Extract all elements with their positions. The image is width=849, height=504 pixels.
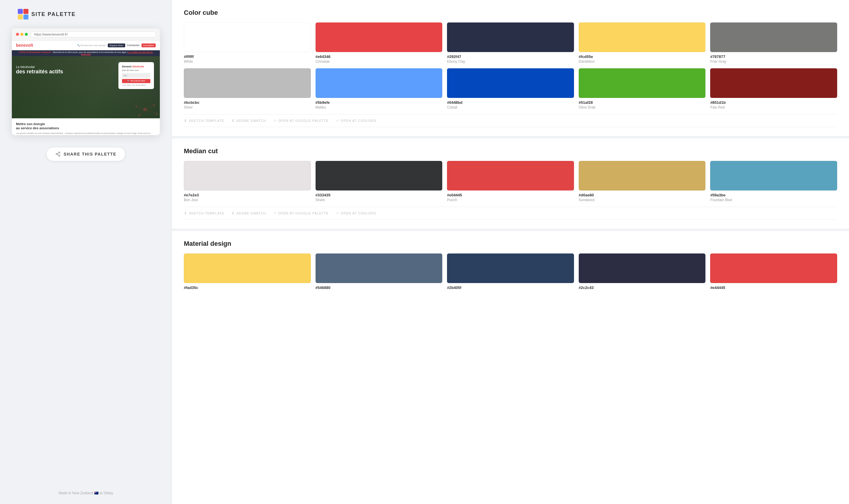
inscription-btn: Inscription <box>141 43 156 47</box>
hero-pre: Le bénévolat <box>16 65 63 69</box>
color-card-olive-drab: #51af28 Olive Drab <box>579 68 706 109</box>
swatch-546880 <box>315 253 443 283</box>
name-sundance: Sundance <box>579 198 706 202</box>
search-label: 🔍 Rechercher une mission <box>77 44 106 47</box>
hero-section: Le bénévolat des retraités actifs Deveni… <box>12 56 160 118</box>
hex-ebony-clay: #292f47 <box>447 54 574 59</box>
download-icon-3: ⬇ <box>184 211 187 215</box>
hero-card: Devenir bénévole près de chez vous Ville… <box>118 62 154 89</box>
site-header: benevolt 🔍 Rechercher une mission Espace… <box>12 40 160 50</box>
swatch-malibu <box>315 68 443 98</box>
name-olive-drab: Olive Drab <box>579 105 706 109</box>
footer: Made in New Zealand 🇳🇿 at Sliday <box>58 485 113 495</box>
share-palette-button[interactable]: SHARE THIS PALETTE <box>46 147 125 161</box>
color-card-sundance: #d0ae60 Sundance <box>579 161 706 202</box>
browser-bar: https://www.benevolt.fr/ <box>12 29 160 40</box>
hex-silver: #bcbcbc <box>184 100 311 105</box>
dot-yellow <box>20 33 23 36</box>
adobe-swatch-btn-1[interactable]: ⬇ ADOBE SWATCH <box>231 119 266 123</box>
hex-falu-red: #851d1b <box>710 100 837 105</box>
sketch-label-2: SKETCH TEMPLATE <box>189 212 224 215</box>
name-silver: Silver <box>184 105 311 109</box>
swatch-falu-red <box>710 68 837 98</box>
download-icon-2: ⬇ <box>231 119 235 123</box>
share-label: SHARE THIS PALETTE <box>64 152 116 157</box>
svg-line-12 <box>139 109 145 115</box>
coolors-btn-2[interactable]: ↗ OPEN AT COOLORS <box>336 211 376 215</box>
hex-546880: #546880 <box>315 285 443 290</box>
adobe-swatch-btn-2[interactable]: ⬇ ADOBE SWATCH <box>231 211 266 215</box>
color-cube-row1: #ffffff White #e64346 Cinnabar #292f47 E… <box>184 22 837 64</box>
color-card-546880: #546880 <box>315 253 443 290</box>
swatch-2c2c43 <box>579 253 706 283</box>
app-title: SITE PALETTE <box>31 11 76 17</box>
coolors-label-1: OPEN AT COOLORS <box>341 119 376 123</box>
hero-search-btn: 🔍 RECHERCHER <box>122 79 150 83</box>
median-cut-title: Median cut <box>184 147 837 155</box>
swatch-fountain-blue <box>710 161 837 191</box>
section-divider-1 <box>172 136 849 139</box>
svg-rect-0 <box>18 9 23 14</box>
adobe-label-1: ADOBE SWATCH <box>237 119 266 123</box>
color-cube-section: Color cube #ffffff White #e64346 Cinnaba… <box>184 9 837 127</box>
left-panel: SITE PALETTE https://www.benevolt.fr/ be… <box>0 0 172 504</box>
color-card-friar-gray: #787877 Friar Gray <box>710 22 837 64</box>
svg-rect-1 <box>23 9 29 14</box>
sketch-template-btn-1[interactable]: ⬇ SKETCH TEMPLATE <box>184 119 224 123</box>
hex-cobalt: #0448bd <box>447 100 574 105</box>
hex-sundance: #d0ae60 <box>579 193 706 197</box>
swatch-punch <box>447 161 574 191</box>
google-label-1: OPEN AT GOOGLE PALETTE <box>278 119 329 123</box>
swatch-white <box>184 22 311 52</box>
color-card-fountain-blue: #59a3be Fountain Blue <box>710 161 837 202</box>
coolors-label-2: OPEN AT COOLORS <box>341 212 376 215</box>
espace-btn: Espace Asso <box>108 43 125 47</box>
name-fountain-blue: Fountain Blue <box>710 198 837 202</box>
section-divider-2 <box>172 229 849 231</box>
svg-line-9 <box>136 107 145 109</box>
name-white: White <box>184 59 311 64</box>
hex-bon-jour: #e7e2e3 <box>184 193 311 197</box>
name-falu-red: Falu Red <box>710 105 837 109</box>
svg-line-16 <box>57 155 58 155</box>
name-malibu: Malibu <box>315 105 443 109</box>
color-card-2b405f: #2b405f <box>447 253 574 290</box>
color-card-e44445: #e44445 <box>710 253 837 290</box>
covid-banner: COVID-19 Mobilisation citoyenne : Benevo… <box>12 50 160 56</box>
hero-main: des retraités actifs <box>16 69 63 75</box>
site-nav: 🔍 Rechercher une mission Espace Asso Con… <box>77 43 156 47</box>
svg-line-10 <box>145 105 154 109</box>
material-design-section: Material design #fad35c #546880 #2b405f … <box>184 240 837 290</box>
browser-content: benevolt 🔍 Rechercher une mission Espace… <box>12 40 160 135</box>
right-panel: Color cube #ffffff White #e64346 Cinnaba… <box>172 0 849 504</box>
svg-line-17 <box>57 153 58 154</box>
color-card-silver: #bcbcbc Silver <box>184 68 311 109</box>
sketch-template-btn-2[interactable]: ⬇ SKETCH TEMPLATE <box>184 211 224 215</box>
color-card-shark: #333435 Shark <box>315 161 443 202</box>
hex-malibu: #5b9efe <box>315 100 443 105</box>
svg-line-11 <box>145 109 157 114</box>
hero-decoration <box>130 101 160 118</box>
external-icon-3: ↗ <box>273 211 277 215</box>
hex-fountain-blue: #59a3be <box>710 193 837 197</box>
color-card-cobalt: #0448bd Cobalt <box>447 68 574 109</box>
hex-fad35c: #fad35c <box>184 285 311 290</box>
hex-2c2c43: #2c2c43 <box>579 285 706 290</box>
swatch-e44445 <box>710 253 837 283</box>
swatch-dandelion <box>579 22 706 52</box>
svg-rect-3 <box>23 15 29 19</box>
name-shark: Shark <box>315 198 443 202</box>
coolors-btn-1[interactable]: ↗ OPEN AT COOLORS <box>336 119 376 123</box>
color-card-falu-red: #851d1b Falu Red <box>710 68 837 109</box>
google-palette-btn-1[interactable]: ↗ OPEN AT GOOGLE PALETTE <box>273 119 329 123</box>
connexion-btn: Connexion <box>127 44 140 47</box>
hero-text: Le bénévolat des retraités actifs <box>16 65 63 75</box>
body-title: Mettre son énergieau service des associa… <box>16 122 156 130</box>
body-text: Les jeunes retraités ont une richesse ex… <box>16 132 156 135</box>
google-palette-btn-2[interactable]: ↗ OPEN AT GOOGLE PALETTE <box>273 211 329 215</box>
share-icon <box>55 151 61 157</box>
color-card-2c2c43: #2c2c43 <box>579 253 706 290</box>
name-punch: Punch <box>447 198 574 202</box>
external-icon-4: ↗ <box>336 211 339 215</box>
sketch-label-1: SKETCH TEMPLATE <box>189 119 224 123</box>
